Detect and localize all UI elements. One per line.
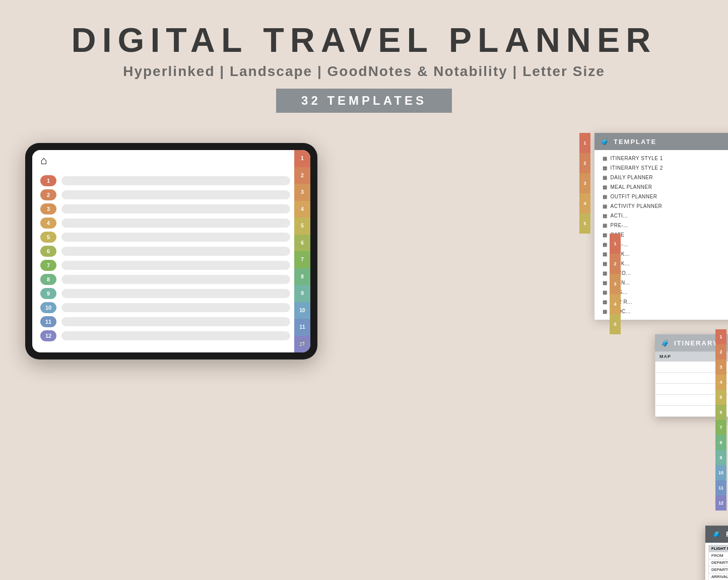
template-item[interactable]: ▦ ACCO... bbox=[603, 269, 728, 277]
content-area: ⌂ ⌂ 1 2 3 4 5 6 7 8 9 10 11 12 1 2 3 bbox=[0, 133, 728, 571]
flight-row-pair: FLIGHT NUMBERAIRLINE FROMTO DEPARTURE DA… bbox=[708, 545, 728, 580]
ftab-7[interactable]: 7 bbox=[715, 420, 726, 435]
template-item[interactable]: ▦ ITINERARY STYLE 2 bbox=[603, 164, 728, 172]
flight-left-table: FLIGHT NUMBERAIRLINE FROMTO DEPARTURE DA… bbox=[708, 545, 728, 580]
th-flight-num: FLIGHT NUMBER bbox=[709, 545, 729, 552]
list-item: 2 bbox=[40, 189, 290, 200]
template-item[interactable]: ▦ DAILY PLANNER bbox=[603, 173, 728, 182]
ftab-2[interactable]: 2 bbox=[715, 344, 726, 359]
badge-11: 11 bbox=[40, 316, 56, 327]
template-panel-title: 🧳 TEMPLATE bbox=[601, 138, 656, 146]
template-item[interactable]: ▦ BUDC... bbox=[603, 307, 728, 316]
ptab-1[interactable]: 1 bbox=[579, 133, 590, 153]
ptab-4[interactable]: 4 bbox=[579, 193, 590, 213]
tab-11[interactable]: 11 bbox=[294, 319, 310, 336]
tab-10[interactable]: 10 bbox=[294, 302, 310, 319]
template-item[interactable]: ▦ OUTFIT PLANNER bbox=[603, 192, 728, 201]
template-item[interactable]: ▦ ITINERARY STYLE 1 bbox=[603, 154, 728, 163]
template-item[interactable]: ▦ MEAL PLANNER bbox=[603, 183, 728, 191]
list-line bbox=[61, 247, 290, 256]
list-line bbox=[61, 331, 290, 340]
tab-9[interactable]: 9 bbox=[294, 285, 310, 302]
itab-2[interactable]: 2 bbox=[610, 254, 621, 274]
template-item[interactable]: ▦ PACK... bbox=[603, 259, 728, 268]
ftab-4[interactable]: 4 bbox=[715, 375, 726, 390]
list-line bbox=[61, 317, 290, 326]
template-panel-header: 🧳 TEMPLATE ⌂ bbox=[594, 133, 728, 150]
td-from: FROM bbox=[709, 552, 729, 559]
tab-2[interactable]: 2 bbox=[294, 167, 310, 184]
list-line bbox=[61, 233, 290, 242]
list-item: 8 bbox=[40, 274, 290, 285]
flight-tabs: 1 2 3 4 5 6 7 8 9 10 11 12 bbox=[715, 329, 726, 511]
template-item[interactable]: ▦ TRAN... bbox=[603, 278, 728, 287]
list-icon: ▦ bbox=[603, 203, 608, 209]
list-item: 1 bbox=[40, 175, 290, 186]
list-item: 3 bbox=[40, 203, 290, 214]
home-icon-left: ⌂ bbox=[40, 154, 47, 167]
template-tabs: 1 2 3 4 5 bbox=[579, 133, 590, 234]
ftab-6[interactable]: 6 bbox=[715, 405, 726, 420]
ftab-9[interactable]: 9 bbox=[715, 450, 726, 465]
itab-5[interactable]: 5 bbox=[610, 314, 621, 334]
badge-10: 10 bbox=[40, 302, 56, 313]
list-item: 11 bbox=[40, 316, 290, 327]
tab-8[interactable]: 8 bbox=[294, 268, 310, 285]
tab-5[interactable]: 5 bbox=[294, 218, 310, 235]
badge-1: 1 bbox=[40, 175, 56, 186]
list-item: 5 bbox=[40, 232, 290, 243]
badge-5: 5 bbox=[40, 232, 56, 243]
itab-4[interactable]: 4 bbox=[610, 294, 621, 314]
ftab-3[interactable]: 3 bbox=[715, 359, 726, 375]
list-icon: ▦ bbox=[603, 223, 608, 228]
td-dep-airport: DEPARTURE AIRPORT/ TERMINAL bbox=[709, 566, 729, 573]
list-icon: ▦ bbox=[603, 156, 608, 161]
td-arr-date: ARRIVAL DATE/ TIME bbox=[709, 573, 729, 581]
badge-9: 9 bbox=[40, 288, 56, 299]
ftab-8[interactable]: 8 bbox=[715, 435, 726, 450]
itab-3[interactable]: 3 bbox=[610, 274, 621, 294]
tab-6[interactable]: 6 bbox=[294, 235, 310, 252]
main-title: DIGITAL TRAVEL PLANNER bbox=[10, 20, 718, 59]
ftab-11[interactable]: 11 bbox=[715, 480, 726, 495]
ptab-5[interactable]: 5 bbox=[579, 213, 590, 234]
ftab-12[interactable]: 12 bbox=[715, 495, 726, 511]
ftab-5[interactable]: 5 bbox=[715, 390, 726, 405]
templates-badge: 32 TEMPLATES bbox=[276, 89, 452, 113]
template-item[interactable]: ▦ PRE-... bbox=[603, 221, 728, 230]
template-item[interactable]: ▦ ACTIVITY PLANNER bbox=[603, 202, 728, 210]
list-icon: ▦ bbox=[603, 299, 608, 305]
tablet-device: ⌂ ⌂ 1 2 3 4 5 6 7 8 9 10 11 12 1 2 3 bbox=[25, 143, 317, 359]
suitcase-icon-flight: 🧳 bbox=[712, 530, 722, 538]
list-line bbox=[61, 176, 290, 185]
ptab-3[interactable]: 3 bbox=[579, 173, 590, 193]
flight-header: 🧳 FLIGHT INFORMATION ⌂ bbox=[705, 526, 728, 543]
list-line bbox=[61, 303, 290, 312]
list-line bbox=[61, 275, 290, 284]
ftab-1[interactable]: 1 bbox=[715, 329, 726, 344]
ftab-10[interactable]: 10 bbox=[715, 465, 726, 480]
tab-1[interactable]: 1 bbox=[294, 150, 310, 167]
tab-7[interactable]: 7 bbox=[294, 251, 310, 268]
ptab-2[interactable]: 2 bbox=[579, 153, 590, 173]
tablet-screen: ⌂ ⌂ 1 2 3 4 5 6 7 8 9 10 11 12 1 2 3 bbox=[32, 150, 310, 352]
template-item[interactable]: ▦ PRE-... bbox=[603, 240, 728, 249]
template-item[interactable]: ▦ PACK... bbox=[603, 250, 728, 258]
badge-4: 4 bbox=[40, 218, 56, 229]
badge-6: 6 bbox=[40, 246, 56, 257]
badge-8: 8 bbox=[40, 274, 56, 285]
itab-1[interactable]: 1 bbox=[610, 234, 621, 254]
template-item[interactable]: ▦ CATE bbox=[603, 231, 728, 239]
list-line bbox=[61, 204, 290, 213]
tab-4[interactable]: 4 bbox=[294, 201, 310, 218]
list-icon: ▦ bbox=[603, 184, 608, 190]
template-item[interactable]: ▦ ACTI... bbox=[603, 211, 728, 220]
list-icon: ▦ bbox=[603, 261, 608, 266]
list-line bbox=[61, 190, 290, 199]
list-item: 7 bbox=[40, 260, 290, 271]
template-item[interactable]: ▦ CAR R... bbox=[603, 298, 728, 306]
list-icon: ▦ bbox=[603, 175, 608, 180]
template-item[interactable]: ▦ FLIG... bbox=[603, 288, 728, 297]
tab-3[interactable]: 3 bbox=[294, 184, 310, 201]
list-icon: ▦ bbox=[603, 165, 608, 171]
